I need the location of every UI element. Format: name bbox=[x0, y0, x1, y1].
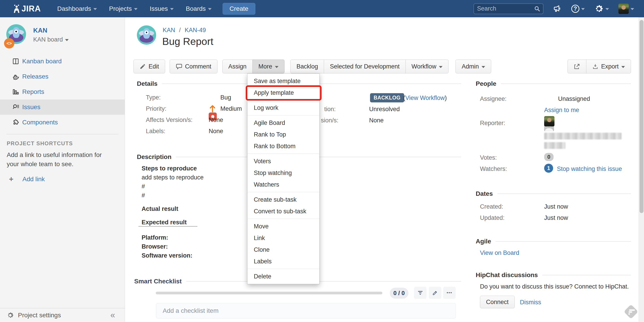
announcements-icon[interactable] bbox=[553, 4, 562, 13]
menu-item-link[interactable]: Link bbox=[248, 232, 319, 244]
chevron-down-icon bbox=[630, 8, 634, 10]
reporter-avatar[interactable] bbox=[544, 116, 554, 126]
menu-item-rank-to-bottom[interactable]: Rank to Bottom bbox=[248, 140, 319, 152]
search-input[interactable] bbox=[474, 5, 532, 12]
labels-label: Labels: bbox=[146, 128, 166, 135]
menu-item-rank-to-top[interactable]: Rank to Top bbox=[248, 129, 319, 140]
menu-item-move[interactable]: Move bbox=[248, 220, 319, 232]
chevron-down-icon bbox=[439, 66, 442, 68]
add-link[interactable]: Add link bbox=[22, 176, 45, 183]
selected-for-development-button[interactable]: Selected for Development bbox=[324, 60, 406, 73]
user-menu[interactable] bbox=[618, 4, 634, 14]
menu-item-save-as-template[interactable]: Save as template bbox=[248, 75, 319, 87]
help-menu[interactable]: ? bbox=[571, 5, 585, 13]
chevron-down-icon bbox=[170, 8, 174, 10]
scrollbar-thumb[interactable] bbox=[640, 20, 644, 213]
export-button[interactable]: Export bbox=[586, 60, 631, 73]
nav-boards[interactable]: Boards bbox=[180, 0, 218, 17]
jira-logo[interactable]: JIRA bbox=[12, 4, 41, 14]
status-badge[interactable]: BACKLOG bbox=[370, 93, 404, 102]
assign-button[interactable]: Assign bbox=[222, 60, 253, 73]
menu-item-watchers[interactable]: Watchers bbox=[248, 179, 319, 190]
hipchat-text: Do you want to discuss this issue? Conne… bbox=[480, 283, 637, 290]
jira-logo-text: JIRA bbox=[22, 4, 41, 14]
sidebar-item-components[interactable]: Components bbox=[0, 115, 125, 130]
breadcrumb-issue-link[interactable]: KAN-49 bbox=[185, 27, 206, 34]
menu-item-clone[interactable]: Clone bbox=[248, 244, 319, 255]
hipchat-dismiss-link[interactable]: Dismiss bbox=[520, 299, 541, 306]
project-shortcuts-title: PROJECT SHORTCUTS bbox=[7, 140, 73, 147]
priority-medium-icon bbox=[209, 104, 216, 113]
menu-group: Log work bbox=[248, 100, 319, 115]
menu-group: Create sub-task Convert to sub-task bbox=[248, 192, 319, 219]
type-label: Type: bbox=[146, 94, 161, 101]
nav-issues[interactable]: Issues bbox=[144, 0, 180, 17]
search-icon[interactable] bbox=[534, 6, 540, 12]
menu-group: Voters Stop watching Watchers bbox=[248, 154, 319, 192]
view-workflow-link[interactable]: View Workflow bbox=[405, 95, 445, 101]
share-button[interactable] bbox=[568, 60, 586, 73]
sidebar-item-kanban-board[interactable]: Kanban board bbox=[0, 54, 125, 69]
watchers-badge[interactable]: 1 bbox=[544, 164, 553, 173]
sidebar-item-issues[interactable]: Issues bbox=[0, 100, 125, 115]
votes-badge[interactable]: 0 bbox=[544, 153, 554, 161]
fix-version-value: None bbox=[369, 117, 384, 124]
assignee-value: Unassigned bbox=[558, 95, 590, 102]
pencil-icon bbox=[432, 290, 438, 296]
view-on-board-link[interactable]: View on Board bbox=[480, 249, 519, 256]
add-link-row[interactable]: + Add link bbox=[0, 173, 125, 186]
admin-button[interactable]: Admin bbox=[456, 60, 491, 73]
people-section-heading: People bbox=[476, 80, 631, 87]
workflow-button[interactable]: Workflow bbox=[406, 60, 449, 73]
breadcrumb-project-link[interactable]: KAN bbox=[163, 27, 175, 34]
settings-menu[interactable] bbox=[594, 4, 609, 14]
updated-value: Just now bbox=[544, 214, 568, 221]
menu-item-agile-board[interactable]: Agile Board bbox=[248, 117, 319, 129]
page-title: Bug Report bbox=[162, 36, 214, 47]
sidebar-divider bbox=[6, 134, 118, 134]
menu-item-voters[interactable]: Voters bbox=[248, 155, 319, 167]
collapse-sidebar-icon[interactable]: « bbox=[110, 310, 115, 320]
edit-button[interactable]: Edit bbox=[134, 60, 165, 73]
project-settings-row[interactable]: Project settings « bbox=[0, 308, 125, 322]
menu-item-log-work[interactable]: Log work bbox=[248, 102, 319, 114]
sidebar-item-reports[interactable]: Reports bbox=[0, 84, 125, 100]
more-button[interactable]: More bbox=[252, 60, 285, 73]
menu-item-delete[interactable]: Delete bbox=[248, 270, 319, 282]
issue-view: KAN / KAN-49 Bug Report Edit Comment Ass… bbox=[125, 17, 644, 322]
created-value: Just now bbox=[544, 203, 568, 210]
menu-item-stop-watching[interactable]: Stop watching bbox=[248, 167, 319, 179]
browser-label: Browser: bbox=[142, 243, 168, 250]
hash-line: # bbox=[142, 192, 145, 199]
more-menu: Save as template Apply template Log work… bbox=[247, 73, 320, 284]
stop-watching-link[interactable]: Stop watching this issue bbox=[557, 165, 622, 172]
description-divider bbox=[138, 226, 198, 227]
checklist-more-button[interactable]: ••• bbox=[443, 287, 456, 299]
breadcrumb: KAN / KAN-49 bbox=[163, 27, 206, 34]
menu-group: Delete bbox=[248, 269, 319, 284]
board-switcher[interactable]: KAN board bbox=[33, 36, 69, 43]
nav-dashboards[interactable]: Dashboards bbox=[51, 0, 103, 17]
page-scrollbar[interactable] bbox=[638, 17, 644, 322]
reporter-label: Reporter: bbox=[480, 120, 505, 127]
chevron-down-icon bbox=[482, 66, 485, 68]
add-checklist-item-input[interactable] bbox=[156, 303, 456, 319]
menu-item-create-sub-task[interactable]: Create sub-task bbox=[248, 194, 319, 205]
nav-projects[interactable]: Projects bbox=[103, 0, 144, 17]
hipchat-connect-button[interactable]: Connect bbox=[480, 296, 515, 308]
toolbar-right: Export bbox=[568, 60, 631, 73]
menu-item-apply-template[interactable]: Apply template bbox=[248, 87, 319, 99]
create-button[interactable]: Create bbox=[222, 3, 255, 15]
checklist-edit-button[interactable] bbox=[429, 287, 442, 299]
sidebar-item-releases[interactable]: Releases bbox=[0, 69, 125, 84]
menu-item-convert-to-sub-task[interactable]: Convert to sub-task bbox=[248, 205, 319, 217]
issue-project-avatar[interactable] bbox=[137, 25, 156, 45]
checklist-count: 0 / 0 bbox=[390, 288, 408, 299]
menu-item-labels[interactable]: Labels bbox=[248, 255, 319, 267]
assign-to-me-link[interactable]: Assign to me bbox=[544, 107, 579, 114]
affects-version-label: Affects Version/s: bbox=[146, 117, 192, 124]
comment-button[interactable]: Comment bbox=[170, 60, 218, 73]
checklist-filter-button[interactable] bbox=[414, 287, 426, 299]
steps-to-reproduce-text: add steps to reproduce bbox=[142, 174, 204, 181]
backlog-transition-button[interactable]: Backlog bbox=[290, 60, 324, 73]
